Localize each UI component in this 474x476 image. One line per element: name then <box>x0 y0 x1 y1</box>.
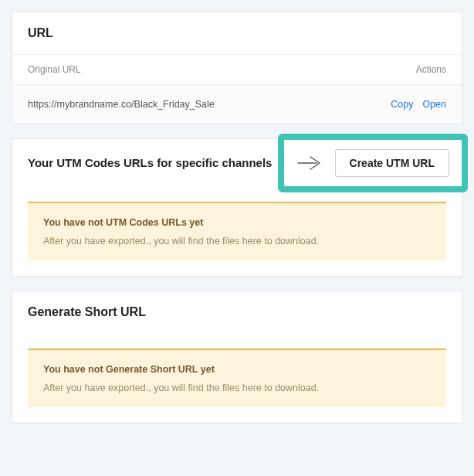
short-notice: You have not Generate Short URL yet Afte… <box>28 348 446 407</box>
url-table-header: Original URL Actions <box>12 54 462 84</box>
short-notice-title: You have not Generate Short URL yet <box>43 364 431 375</box>
utm-notice-wrap: You have not UTM Codes URLs yet After yo… <box>12 186 462 276</box>
create-utm-url-button[interactable]: Create UTM URL <box>335 149 449 177</box>
row-actions: Copy Open <box>391 99 446 110</box>
utm-notice-title: You have not UTM Codes URLs yet <box>43 217 431 228</box>
col-actions: Actions <box>416 64 446 75</box>
arrow-right-icon <box>296 155 324 172</box>
highlight-callout: Create UTM URL <box>278 134 468 192</box>
utm-notice: You have not UTM Codes URLs yet After yo… <box>28 202 446 260</box>
col-original-url: Original URL <box>28 64 81 75</box>
utm-notice-text: After you have exported., you will find … <box>43 236 431 246</box>
original-url-value: https://mybrandname.co/Black_Friday_Sale <box>28 99 215 110</box>
short-notice-wrap: You have not Generate Short URL yet Afte… <box>12 333 462 423</box>
utm-card: Your UTM Codes URLs for specific channel… <box>12 138 462 277</box>
url-card-title: URL <box>12 12 462 54</box>
utm-card-title: Your UTM Codes URLs for specific channel… <box>28 139 272 186</box>
short-notice-text: After you have exported., you will find … <box>43 382 431 393</box>
url-card: URL Original URL Actions https://mybrand… <box>12 12 462 124</box>
table-row: https://mybrandname.co/Black_Friday_Sale… <box>12 84 462 124</box>
copy-link[interactable]: Copy <box>391 99 413 110</box>
short-url-card: Generate Short URL You have not Generate… <box>12 291 462 423</box>
utm-card-header: Your UTM Codes URLs for specific channel… <box>12 139 462 186</box>
short-url-title: Generate Short URL <box>12 291 462 333</box>
open-link[interactable]: Open <box>422 99 446 110</box>
